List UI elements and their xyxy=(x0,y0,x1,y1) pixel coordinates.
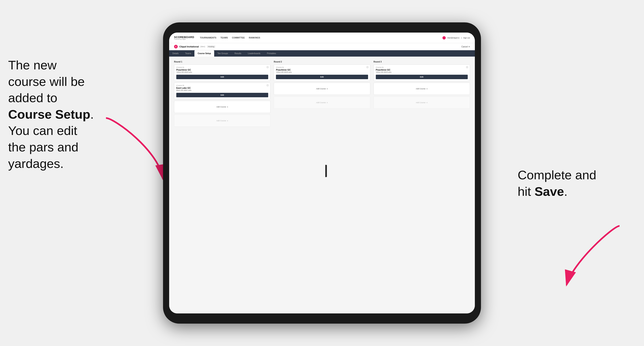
round-2-label: Round 2 xyxy=(274,61,370,63)
sign-out-link[interactable]: Sign out xyxy=(463,37,470,39)
round-3-course-a-name: Peachtree GC xyxy=(376,69,468,71)
annotation-line6: the pars and xyxy=(8,140,78,154)
user-avatar xyxy=(442,36,446,39)
right-annotation-line1: Complete and xyxy=(518,168,596,182)
round-1-course-a-card: ⊡ (Course A) Peachtree GC Yellow (M) (66… xyxy=(174,64,270,81)
right-annotation-line2: hit Save. xyxy=(518,184,568,198)
round-3-course-a-delete[interactable]: ⊡ xyxy=(466,66,468,68)
round-2-course-a-label: (Course A) xyxy=(276,66,368,68)
round-3-course-a-card: ⊡ (Course A) Peachtree GC Yellow (M) (66… xyxy=(374,64,470,81)
annotation-line1: The new xyxy=(8,58,57,72)
nav-committee[interactable]: COMMITTEE xyxy=(232,37,245,39)
round-1-course-b-edit[interactable]: Edit xyxy=(176,93,268,97)
round-1-add-course-2: Add Course + xyxy=(174,115,270,127)
tablet-frame: SCOREBOARD Powered by clippd TOURNAMENTS… xyxy=(163,22,481,324)
cancel-button[interactable]: Cancel ✕ xyxy=(462,46,470,48)
nav-links: TOURNAMENTS TEAMS COMMITTEE RANKINGS xyxy=(200,37,260,39)
round-2-add-course-1[interactable]: Add Course + xyxy=(274,83,370,95)
round-1-add-course-1[interactable]: Add Course + xyxy=(174,101,270,113)
tab-teams[interactable]: Teams xyxy=(182,50,194,57)
user-email: blair@clippd.io xyxy=(447,37,459,39)
clippd-logo: C xyxy=(174,45,178,48)
event-name: Clippd Invitational xyxy=(179,45,199,48)
top-nav: SCOREBOARD Powered by clippd TOURNAMENTS… xyxy=(169,32,475,43)
round-3-course-a-tee: Yellow (M) (6629 yds) xyxy=(376,71,468,73)
round-1-label: Round 1 xyxy=(174,61,270,63)
tablet-screen: SCOREBOARD Powered by clippd TOURNAMENTS… xyxy=(169,32,475,314)
nav-separator: | xyxy=(461,37,462,39)
round-1-column: Round 1 ⊡ (Course A) Peachtree GC Yellow… xyxy=(174,61,270,309)
round-1-course-a-tee: Yellow (M) (6629 yds) xyxy=(176,71,268,73)
nav-teams[interactable]: TEAMS xyxy=(220,37,228,39)
annotation-period1: . xyxy=(90,107,94,121)
annotation-line2: course will be xyxy=(8,74,85,89)
nav-tournaments[interactable]: TOURNAMENTS xyxy=(200,37,216,39)
round-1-course-b-name: East Lake GC xyxy=(176,87,268,89)
round-1-course-a-delete[interactable]: ⊡ xyxy=(266,66,268,68)
right-arrow xyxy=(556,222,628,289)
round-2-column: Round 2 ⊡ (Course A) Peachtree GC Yellow… xyxy=(274,61,370,309)
round-1-course-a-name: Peachtree GC xyxy=(176,69,268,71)
annotation-line5: You can edit xyxy=(8,124,77,138)
brand-title: SCOREBOARD xyxy=(174,36,194,38)
brand-subtitle: Powered by clippd xyxy=(174,38,194,40)
round-1-course-b-label: (Course B) xyxy=(176,84,268,86)
nav-left: SCOREBOARD Powered by clippd TOURNAMENTS… xyxy=(174,36,260,40)
round-3-label: Round 3 xyxy=(374,61,470,63)
round-2-course-a-tee: Yellow (M) (6629 yds) xyxy=(276,71,368,73)
tab-leaderboards[interactable]: Leaderboards xyxy=(244,50,264,57)
event-bar-left: C Clippd Invitational (Men) Hosting xyxy=(174,45,216,48)
annotation-line7: yardages. xyxy=(8,157,64,171)
tab-bar: Details Teams Course Setup Tee Groups Re… xyxy=(169,50,475,57)
round-2-course-a-card: ⊡ (Course A) Peachtree GC Yellow (M) (66… xyxy=(274,64,370,81)
tablet-side-button xyxy=(325,165,327,177)
round-3-add-course-2: Add Course + xyxy=(374,96,470,109)
round-3-course-a-label: (Course A) xyxy=(376,66,468,68)
round-3-add-course-1[interactable]: Add Course + xyxy=(374,83,470,95)
main-content: Round 1 ⊡ (Course A) Peachtree GC Yellow… xyxy=(169,57,475,314)
event-bar: C Clippd Invitational (Men) Hosting Canc… xyxy=(169,43,475,50)
round-1-course-b-delete[interactable]: ⊡ xyxy=(266,84,268,86)
round-1-course-b-tee: Black (M) (6891 yds) xyxy=(176,89,268,91)
scoreboard-logo: SCOREBOARD Powered by clippd xyxy=(174,36,194,40)
round-3-course-a-edit[interactable]: Edit xyxy=(376,75,468,79)
right-annotation: Complete and hit Save. xyxy=(518,167,632,200)
tab-course-setup[interactable]: Course Setup xyxy=(194,50,214,57)
rounds-grid: Round 1 ⊡ (Course A) Peachtree GC Yellow… xyxy=(174,61,470,309)
event-gender: (Men) xyxy=(200,46,205,48)
annotation-line3: added to xyxy=(8,91,57,105)
event-status: Hosting xyxy=(207,45,216,48)
nav-right: blair@clippd.io | Sign out xyxy=(442,36,470,39)
round-1-course-a-edit[interactable]: Edit xyxy=(176,75,268,79)
round-2-course-a-edit[interactable]: Edit xyxy=(276,75,368,79)
round-1-course-a-label: (Course A) xyxy=(176,66,268,68)
round-2-course-a-delete[interactable]: ⊡ xyxy=(366,66,368,68)
round-2-course-a-name: Peachtree GC xyxy=(276,69,368,71)
round-2-add-course-2: Add Course + xyxy=(274,96,370,109)
nav-rankings[interactable]: RANKINGS xyxy=(249,37,260,39)
tab-details[interactable]: Details xyxy=(169,50,182,57)
tab-printables[interactable]: Printables xyxy=(264,50,279,57)
tab-tee-groups[interactable]: Tee Groups xyxy=(214,50,231,57)
round-3-column: Round 3 ⊡ (Course A) Peachtree GC Yellow… xyxy=(374,61,470,309)
round-1-course-b-card: ⊡ (Course B) East Lake GC Black (M) (689… xyxy=(174,83,270,99)
tab-results[interactable]: Results xyxy=(231,50,244,57)
annotation-line4-bold: Course Setup xyxy=(8,107,90,121)
